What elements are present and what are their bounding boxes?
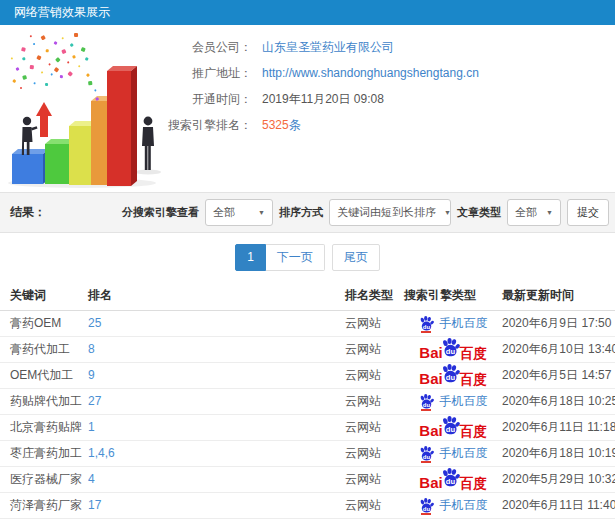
rank-cell: 9 <box>88 362 345 388</box>
window-title-bar: 网络营销效果展示 <box>0 0 615 25</box>
engine-cell: du 手机百度 <box>404 310 502 336</box>
engine-filter-select[interactable]: 全部 ▼ <box>205 199 273 226</box>
table-row: OEM代加工9云网站 Bai du 百度2020年6月5日 14:57 <box>0 362 615 388</box>
rank-link[interactable]: 1,4,6 <box>88 446 115 460</box>
table-row: 医疗器械厂家4云网站 Bai du 百度2020年5月29日 10:32 <box>0 466 615 492</box>
company-info-section: 会员公司： 山东皇圣堂药业有限公司 推广地址： http://www.shand… <box>0 25 615 192</box>
col-updated: 最新更新时间 <box>502 282 615 310</box>
baidu-paw-icon: du <box>441 364 460 383</box>
field-ranking-count: 搜索引擎排名： 5325条 <box>152 112 479 138</box>
chevron-down-icon: ▼ <box>538 209 553 216</box>
rank-cell: 1 <box>88 414 345 440</box>
table-header-row: 关键词 排名 排名类型 搜索引擎类型 最新更新时间 <box>0 282 615 310</box>
rank-type-cell: 云网站 <box>345 414 404 440</box>
mobile-baidu-badge: du 手机百度 <box>419 315 488 332</box>
keyword-cell: 北京膏药贴牌 <box>0 414 88 440</box>
ranking-count-value: 5325条 <box>262 117 301 134</box>
baidu-paw-icon: du <box>419 498 434 513</box>
rank-cell: 1,4,6 <box>88 440 345 466</box>
baidu-logo: Bai du 百度 <box>419 338 486 360</box>
bar-red <box>107 66 137 186</box>
updated-cell: 2020年6月10日 13:40 <box>502 336 615 362</box>
baidu-paw-icon: du <box>419 394 434 409</box>
sort-value: 关键词由短到长排序 <box>337 205 436 220</box>
updated-cell: 2020年6月11日 11:40 <box>502 492 615 518</box>
svg-text:du: du <box>446 425 456 434</box>
rank-link[interactable]: 8 <box>88 342 95 356</box>
svg-text:du: du <box>446 347 456 356</box>
promo-url-label: 推广地址： <box>152 65 252 82</box>
results-table-body: 膏药OEM25云网站 du 手机百度2020年6月9日 17:50膏药代加工8云… <box>0 310 615 518</box>
mobile-baidu-badge: du 手机百度 <box>419 497 488 514</box>
engine-filter-value: 全部 <box>213 205 235 220</box>
sort-label: 排序方式 <box>279 205 323 220</box>
bar-blue <box>12 149 49 184</box>
rank-type-cell: 云网站 <box>345 440 404 466</box>
rank-link[interactable]: 9 <box>88 368 95 382</box>
col-rank-type: 排名类型 <box>345 282 404 310</box>
rank-link[interactable]: 1 <box>88 420 95 434</box>
col-keyword: 关键词 <box>0 282 88 310</box>
keyword-cell: 膏药代加工 <box>0 336 88 362</box>
filter-bar: 结果： 分搜索引擎查看 全部 ▼ 排序方式 关键词由短到长排序 ▼ 文章类型 全… <box>0 192 615 233</box>
baidu-logo: Bai du 百度 <box>419 364 486 386</box>
next-page-button[interactable]: 下一页 <box>266 244 325 271</box>
promo-url-link[interactable]: http://www.shandonghuangshengtang.cn <box>262 66 479 80</box>
rank-link[interactable]: 25 <box>88 316 101 330</box>
updated-cell: 2020年6月18日 10:25 <box>502 388 615 414</box>
table-row: 药贴牌代加工27云网站 du 手机百度2020年6月18日 10:25 <box>0 388 615 414</box>
svg-text:du: du <box>422 453 430 459</box>
updated-cell: 2020年6月11日 11:18 <box>502 414 615 440</box>
chevron-down-icon: ▼ <box>250 209 265 216</box>
baidu-paw-icon: du <box>419 316 434 331</box>
baidu-paw-icon: du <box>441 416 460 435</box>
updated-cell: 2020年5月29日 10:32 <box>502 466 615 492</box>
company-fields: 会员公司： 山东皇圣堂药业有限公司 推广地址： http://www.shand… <box>152 34 479 138</box>
results-table: 关键词 排名 排名类型 搜索引擎类型 最新更新时间 膏药OEM25云网站 du … <box>0 282 615 519</box>
article-type-label: 文章类型 <box>457 205 501 220</box>
table-row: 菏泽膏药厂家17云网站 du 手机百度2020年6月11日 11:40 <box>0 492 615 518</box>
table-row: 枣庄膏药加工1,4,6云网站 du 手机百度2020年6月18日 10:19 <box>0 440 615 466</box>
article-type-select[interactable]: 全部 ▼ <box>507 199 561 226</box>
page-1-button[interactable]: 1 <box>235 244 266 271</box>
baidu-paw-icon: du <box>441 338 460 357</box>
rank-link[interactable]: 27 <box>88 394 101 408</box>
chevron-down-icon: ▼ <box>436 209 451 216</box>
baidu-logo: Bai du 百度 <box>419 416 486 438</box>
rank-link[interactable]: 4 <box>88 472 95 486</box>
engine-cell: Bai du 百度 <box>404 414 502 440</box>
field-open-time: 开通时间： 2019年11月20日 09:08 <box>152 86 479 112</box>
submit-button[interactable]: 提交 <box>567 199 609 226</box>
rank-type-cell: 云网站 <box>345 310 404 336</box>
updated-cell: 2020年6月18日 10:19 <box>502 440 615 466</box>
ranking-count-label: 搜索引擎排名： <box>152 117 252 134</box>
pagination: 1 下一页 尾页 <box>0 233 615 282</box>
last-page-button[interactable]: 尾页 <box>332 244 380 271</box>
article-type-value: 全部 <box>515 205 537 220</box>
keyword-cell: 医疗器械厂家 <box>0 466 88 492</box>
baidu-logo: Bai du 百度 <box>419 468 486 490</box>
svg-text:du: du <box>422 505 430 511</box>
rank-link[interactable]: 17 <box>88 498 101 512</box>
page-title: 网络营销效果展示 <box>14 5 110 19</box>
ranking-count-number: 5325 <box>262 118 289 132</box>
table-row: 北京膏药贴牌1云网站 Bai du 百度2020年6月11日 11:18 <box>0 414 615 440</box>
rank-cell: 17 <box>88 492 345 518</box>
baidu-paw-icon: du <box>441 468 460 487</box>
mobile-baidu-badge: du 手机百度 <box>419 393 488 410</box>
rank-type-cell: 云网站 <box>345 492 404 518</box>
updated-cell: 2020年6月9日 17:50 <box>502 310 615 336</box>
rank-type-cell: 云网站 <box>345 336 404 362</box>
keyword-cell: OEM代加工 <box>0 362 88 388</box>
sort-select[interactable]: 关键词由短到长排序 ▼ <box>329 199 451 226</box>
engine-cell: Bai du 百度 <box>404 362 502 388</box>
col-rank: 排名 <box>88 282 345 310</box>
updated-cell: 2020年6月5日 14:57 <box>502 362 615 388</box>
svg-text:du: du <box>446 477 456 486</box>
engine-cell: Bai du 百度 <box>404 336 502 362</box>
svg-text:du: du <box>422 401 430 407</box>
keyword-cell: 膏药OEM <box>0 310 88 336</box>
open-time-value: 2019年11月20日 09:08 <box>262 91 384 108</box>
table-row: 膏药OEM25云网站 du 手机百度2020年6月9日 17:50 <box>0 310 615 336</box>
member-company-link[interactable]: 山东皇圣堂药业有限公司 <box>262 39 394 56</box>
